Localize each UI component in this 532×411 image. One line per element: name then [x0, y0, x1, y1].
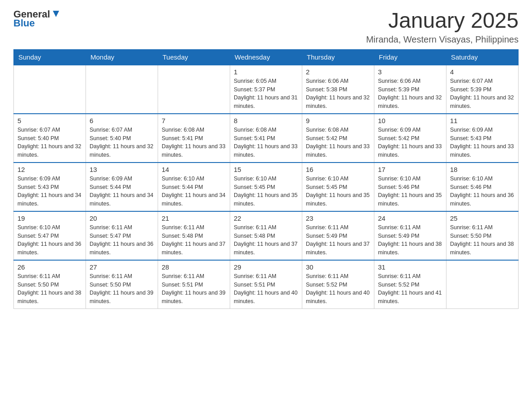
calendar-cell [86, 65, 158, 114]
day-number: 5 [17, 117, 82, 124]
day-info: Sunrise: 6:07 AMSunset: 5:40 PMDaylight:… [90, 126, 154, 159]
day-number: 25 [450, 214, 515, 222]
calendar-cell: 22Sunrise: 6:11 AMSunset: 5:48 PMDayligh… [230, 211, 302, 260]
header-wednesday: Wednesday [230, 49, 302, 65]
day-number: 1 [234, 68, 298, 76]
calendar-cell: 2Sunrise: 6:06 AMSunset: 5:38 PMDaylight… [302, 65, 374, 114]
day-number: 18 [450, 166, 515, 173]
day-number: 9 [306, 117, 370, 124]
header-saturday: Saturday [446, 49, 519, 65]
day-info: Sunrise: 6:10 AMSunset: 5:45 PMDaylight:… [234, 175, 298, 208]
calendar-cell: 8Sunrise: 6:08 AMSunset: 5:41 PMDaylight… [230, 114, 302, 163]
calendar-cell: 7Sunrise: 6:08 AMSunset: 5:41 PMDaylight… [158, 114, 230, 163]
calendar-cell: 12Sunrise: 6:09 AMSunset: 5:43 PMDayligh… [14, 163, 86, 211]
day-number: 29 [234, 263, 298, 271]
calendar-cell: 3Sunrise: 6:06 AMSunset: 5:39 PMDaylight… [374, 65, 446, 114]
calendar-cell: 5Sunrise: 6:07 AMSunset: 5:40 PMDaylight… [14, 114, 86, 163]
day-info: Sunrise: 6:11 AMSunset: 5:48 PMDaylight:… [162, 223, 226, 257]
calendar-cell: 24Sunrise: 6:11 AMSunset: 5:49 PMDayligh… [374, 211, 446, 260]
calendar-cell [158, 65, 230, 114]
page-header: General Blue January 2025 Miranda, Weste… [13, 9, 519, 45]
header-friday: Friday [374, 49, 446, 65]
calendar-cell: 31Sunrise: 6:11 AMSunset: 5:52 PMDayligh… [374, 260, 446, 309]
day-info: Sunrise: 6:09 AMSunset: 5:44 PMDaylight:… [90, 175, 154, 208]
day-number: 27 [90, 263, 154, 271]
day-number: 16 [306, 166, 370, 173]
day-info: Sunrise: 6:07 AMSunset: 5:40 PMDaylight:… [17, 126, 82, 159]
day-info: Sunrise: 6:05 AMSunset: 5:37 PMDaylight:… [234, 77, 298, 111]
day-number: 24 [378, 214, 442, 222]
logo-text-blue: Blue [13, 18, 61, 29]
day-info: Sunrise: 6:11 AMSunset: 5:47 PMDaylight:… [90, 223, 154, 257]
day-number: 20 [90, 214, 154, 222]
day-number: 13 [90, 166, 154, 173]
day-number: 26 [17, 263, 82, 271]
day-number: 10 [378, 117, 442, 124]
day-info: Sunrise: 6:09 AMSunset: 5:43 PMDaylight:… [17, 175, 82, 208]
calendar-cell: 14Sunrise: 6:10 AMSunset: 5:44 PMDayligh… [158, 163, 230, 211]
day-info: Sunrise: 6:07 AMSunset: 5:39 PMDaylight:… [450, 77, 515, 111]
day-info: Sunrise: 6:11 AMSunset: 5:52 PMDaylight:… [306, 272, 370, 306]
day-number: 21 [162, 214, 226, 222]
calendar-week-row: 19Sunrise: 6:10 AMSunset: 5:47 PMDayligh… [14, 211, 519, 260]
day-number: 28 [162, 263, 226, 271]
day-info: Sunrise: 6:06 AMSunset: 5:38 PMDaylight:… [306, 77, 370, 111]
day-info: Sunrise: 6:11 AMSunset: 5:51 PMDaylight:… [234, 272, 298, 306]
day-number: 22 [234, 214, 298, 222]
calendar-week-row: 26Sunrise: 6:11 AMSunset: 5:50 PMDayligh… [14, 260, 519, 309]
calendar-cell: 15Sunrise: 6:10 AMSunset: 5:45 PMDayligh… [230, 163, 302, 211]
day-info: Sunrise: 6:10 AMSunset: 5:44 PMDaylight:… [162, 175, 226, 208]
calendar-cell: 28Sunrise: 6:11 AMSunset: 5:51 PMDayligh… [158, 260, 230, 309]
header-monday: Monday [86, 49, 158, 65]
day-info: Sunrise: 6:11 AMSunset: 5:50 PMDaylight:… [450, 223, 515, 257]
header-tuesday: Tuesday [158, 49, 230, 65]
day-number: 15 [234, 166, 298, 173]
day-info: Sunrise: 6:11 AMSunset: 5:51 PMDaylight:… [162, 272, 226, 306]
calendar-cell: 6Sunrise: 6:07 AMSunset: 5:40 PMDaylight… [86, 114, 158, 163]
day-number: 14 [162, 166, 226, 173]
day-info: Sunrise: 6:11 AMSunset: 5:50 PMDaylight:… [17, 272, 82, 306]
calendar-subtitle: Miranda, Western Visayas, Philippines [366, 34, 519, 45]
calendar-cell: 19Sunrise: 6:10 AMSunset: 5:47 PMDayligh… [14, 211, 86, 260]
calendar-table: Sunday Monday Tuesday Wednesday Thursday… [13, 49, 519, 309]
calendar-cell: 18Sunrise: 6:10 AMSunset: 5:46 PMDayligh… [446, 163, 519, 211]
calendar-week-row: 12Sunrise: 6:09 AMSunset: 5:43 PMDayligh… [14, 163, 519, 211]
calendar-cell: 30Sunrise: 6:11 AMSunset: 5:52 PMDayligh… [302, 260, 374, 309]
day-number: 19 [17, 214, 82, 222]
logo-triangle-icon [51, 9, 61, 19]
day-number: 31 [378, 263, 442, 271]
day-number: 7 [162, 117, 226, 124]
calendar-cell: 29Sunrise: 6:11 AMSunset: 5:51 PMDayligh… [230, 260, 302, 309]
day-number: 12 [17, 166, 82, 173]
day-info: Sunrise: 6:08 AMSunset: 5:42 PMDaylight:… [306, 126, 370, 159]
calendar-cell: 26Sunrise: 6:11 AMSunset: 5:50 PMDayligh… [14, 260, 86, 309]
day-info: Sunrise: 6:11 AMSunset: 5:49 PMDaylight:… [306, 223, 370, 257]
day-number: 23 [306, 214, 370, 222]
calendar-week-row: 1Sunrise: 6:05 AMSunset: 5:37 PMDaylight… [14, 65, 519, 114]
day-info: Sunrise: 6:11 AMSunset: 5:50 PMDaylight:… [90, 272, 154, 306]
day-number: 2 [306, 68, 370, 76]
day-info: Sunrise: 6:11 AMSunset: 5:49 PMDaylight:… [378, 223, 442, 257]
day-info: Sunrise: 6:09 AMSunset: 5:43 PMDaylight:… [450, 126, 515, 159]
day-number: 4 [450, 68, 515, 76]
calendar-cell [14, 65, 86, 114]
calendar-cell [446, 260, 519, 309]
calendar-cell: 10Sunrise: 6:09 AMSunset: 5:42 PMDayligh… [374, 114, 446, 163]
title-section: January 2025 Miranda, Western Visayas, P… [366, 9, 519, 45]
calendar-cell: 25Sunrise: 6:11 AMSunset: 5:50 PMDayligh… [446, 211, 519, 260]
header-thursday: Thursday [302, 49, 374, 65]
calendar-title: January 2025 [366, 9, 519, 33]
day-number: 30 [306, 263, 370, 271]
calendar-cell: 11Sunrise: 6:09 AMSunset: 5:43 PMDayligh… [446, 114, 519, 163]
day-info: Sunrise: 6:11 AMSunset: 5:48 PMDaylight:… [234, 223, 298, 257]
calendar-cell: 16Sunrise: 6:10 AMSunset: 5:45 PMDayligh… [302, 163, 374, 211]
calendar-cell: 4Sunrise: 6:07 AMSunset: 5:39 PMDaylight… [446, 65, 519, 114]
day-number: 17 [378, 166, 442, 173]
day-number: 11 [450, 117, 515, 124]
header-sunday: Sunday [14, 49, 86, 65]
day-number: 6 [90, 117, 154, 124]
day-info: Sunrise: 6:10 AMSunset: 5:46 PMDaylight:… [378, 175, 442, 208]
calendar-cell: 27Sunrise: 6:11 AMSunset: 5:50 PMDayligh… [86, 260, 158, 309]
day-info: Sunrise: 6:11 AMSunset: 5:52 PMDaylight:… [378, 272, 442, 306]
day-info: Sunrise: 6:09 AMSunset: 5:42 PMDaylight:… [378, 126, 442, 159]
